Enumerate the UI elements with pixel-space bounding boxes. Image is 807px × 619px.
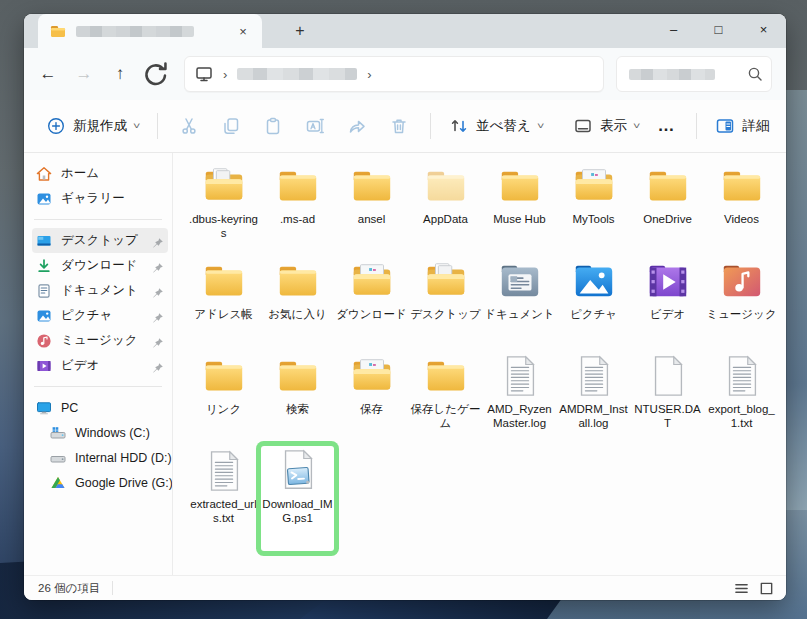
tab-close-icon[interactable]: × bbox=[232, 20, 254, 42]
drivewin-icon bbox=[50, 425, 66, 441]
folder-icon bbox=[201, 353, 247, 399]
copy-icon bbox=[221, 116, 241, 136]
file-item[interactable]: OneDrive bbox=[631, 161, 704, 226]
file-item[interactable]: リンク bbox=[187, 351, 260, 416]
file-name-label: AMDRM_Install.log bbox=[558, 402, 630, 430]
more-options-button[interactable]: … bbox=[647, 116, 686, 136]
breadcrumb-chevron: › bbox=[223, 67, 227, 82]
sidebar-item-label: Internal HDD (D:) bbox=[75, 451, 172, 465]
folder-content-icon bbox=[349, 258, 395, 304]
pin-icon bbox=[152, 235, 164, 247]
navigation-pane: ホームギャラリーデスクトップダウンロードドキュメントピクチャミュージックビデオP… bbox=[24, 153, 173, 575]
sidebar-item-pc[interactable]: PC bbox=[32, 395, 168, 420]
explorer-tab[interactable]: × bbox=[38, 14, 262, 48]
folder-content-icon bbox=[571, 163, 617, 209]
folder-icon bbox=[275, 353, 321, 399]
file-item[interactable]: 保存 bbox=[335, 351, 408, 416]
navigation-bar: ← → ↑ › › bbox=[24, 48, 786, 100]
share-button[interactable] bbox=[336, 108, 378, 144]
sidebar-item-picture[interactable]: ピクチャ bbox=[32, 303, 168, 328]
maximize-button[interactable]: □ bbox=[696, 14, 741, 44]
up-button[interactable]: ↑ bbox=[102, 58, 138, 90]
toolbar-divider bbox=[696, 113, 697, 139]
file-item[interactable]: extracted_urls.txt bbox=[187, 446, 260, 525]
document-icon bbox=[36, 283, 52, 299]
sidebar-item-gdrive[interactable]: Google Drive (G:) bbox=[46, 470, 168, 495]
file-item-highlighted[interactable]: Download_IMG.ps1 bbox=[261, 446, 334, 551]
sidebar-item-gallery[interactable]: ギャラリー bbox=[32, 186, 168, 211]
file-text-icon bbox=[201, 448, 247, 494]
sort-button[interactable]: 並べ替え ˅ bbox=[441, 110, 551, 142]
file-item[interactable]: 保存したゲーム bbox=[409, 351, 482, 430]
gallery-icon bbox=[36, 191, 52, 207]
folder-icon bbox=[201, 258, 247, 304]
desktop-icon bbox=[36, 233, 52, 249]
close-button[interactable]: × bbox=[741, 14, 786, 44]
folder-icon bbox=[497, 163, 543, 209]
file-name-label: MyTools bbox=[572, 212, 614, 226]
rename-button[interactable] bbox=[294, 108, 336, 144]
file-list-area: .dbus-keyrings.ms-adanselAppDataMuse Hub… bbox=[173, 153, 786, 575]
view-button[interactable]: 表示 ˅ bbox=[565, 110, 647, 142]
file-item[interactable]: NTUSER.DAT bbox=[631, 351, 704, 430]
pc-icon bbox=[36, 400, 52, 416]
sidebar-item-video[interactable]: ビデオ bbox=[32, 353, 168, 378]
file-item[interactable]: ドキュメント bbox=[483, 256, 556, 321]
file-item[interactable]: ダウンロード bbox=[335, 256, 408, 321]
file-name-label: アドレス帳 bbox=[194, 307, 253, 321]
file-name-label: ansel bbox=[358, 212, 386, 226]
sidebar-item-download[interactable]: ダウンロード bbox=[32, 253, 168, 278]
file-item[interactable]: ビデオ bbox=[631, 256, 704, 321]
file-item[interactable]: アドレス帳 bbox=[187, 256, 260, 321]
sidebar-item-label: デスクトップ bbox=[61, 232, 138, 249]
copy-button[interactable] bbox=[210, 108, 252, 144]
details-view-icon[interactable] bbox=[734, 581, 749, 596]
file-item[interactable]: デスクトップ bbox=[409, 256, 482, 321]
folder-tab-icon bbox=[50, 23, 66, 39]
pin-icon bbox=[152, 360, 164, 372]
file-name-label: OneDrive bbox=[643, 212, 692, 226]
delete-button[interactable] bbox=[378, 108, 420, 144]
file-name-label: AppData bbox=[423, 212, 468, 226]
refresh-button[interactable] bbox=[138, 58, 174, 90]
icons-view-icon[interactable] bbox=[759, 581, 774, 596]
details-button[interactable]: 詳細 bbox=[707, 110, 777, 142]
file-item[interactable]: ピクチャ bbox=[557, 256, 630, 321]
sidebar-item-desktop[interactable]: デスクトップ bbox=[32, 228, 168, 253]
new-button[interactable]: 新規作成 ˅ bbox=[38, 110, 147, 142]
sidebar-item-home[interactable]: ホーム bbox=[32, 161, 168, 186]
file-item[interactable]: 検索 bbox=[261, 351, 334, 416]
sidebar-item-drivewin[interactable]: Windows (C:) bbox=[46, 420, 168, 445]
view-icon bbox=[573, 116, 593, 136]
window-controls: – □ × bbox=[651, 14, 786, 44]
sidebar-item-drive[interactable]: Internal HDD (D:) bbox=[46, 445, 168, 470]
toolbar-divider bbox=[430, 113, 431, 139]
breadcrumb-path-redacted bbox=[237, 68, 357, 80]
delete-icon bbox=[389, 116, 409, 136]
file-item[interactable]: ミュージック bbox=[705, 256, 778, 321]
file-item[interactable]: Videos bbox=[705, 161, 778, 226]
search-input[interactable] bbox=[616, 56, 772, 92]
minimize-button[interactable]: – bbox=[651, 14, 696, 44]
file-item[interactable]: MyTools bbox=[557, 161, 630, 226]
forward-button[interactable]: → bbox=[66, 58, 102, 90]
sidebar-item-music[interactable]: ミュージック bbox=[32, 328, 168, 353]
file-item[interactable]: ansel bbox=[335, 161, 408, 226]
file-item[interactable]: AppData bbox=[409, 161, 482, 226]
address-bar[interactable]: › › bbox=[184, 56, 604, 92]
paste-button[interactable] bbox=[252, 108, 294, 144]
sidebar-item-label: PC bbox=[61, 401, 78, 415]
cut-button[interactable] bbox=[168, 108, 210, 144]
file-name-label: AMD_RyzenMaster.log bbox=[484, 402, 556, 430]
file-item[interactable]: .dbus-keyrings bbox=[187, 161, 260, 240]
file-item[interactable]: AMD_RyzenMaster.log bbox=[483, 351, 556, 430]
file-item[interactable]: AMDRM_Install.log bbox=[557, 351, 630, 430]
new-tab-button[interactable]: + bbox=[288, 22, 312, 40]
sidebar-item-document[interactable]: ドキュメント bbox=[32, 278, 168, 303]
status-bar: 26 個の項目 bbox=[24, 575, 786, 600]
file-item[interactable]: お気に入り bbox=[261, 256, 334, 321]
file-item[interactable]: export_blog_1.txt bbox=[705, 351, 778, 430]
file-item[interactable]: .ms-ad bbox=[261, 161, 334, 226]
file-item[interactable]: Muse Hub bbox=[483, 161, 556, 226]
back-button[interactable]: ← bbox=[30, 58, 66, 90]
